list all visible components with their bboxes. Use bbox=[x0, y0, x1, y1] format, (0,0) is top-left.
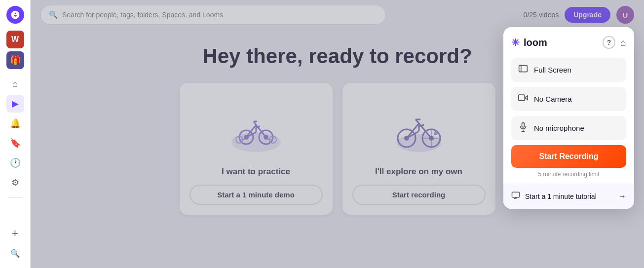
popup-option-no-camera[interactable]: No Camera bbox=[511, 87, 626, 111]
svg-rect-37 bbox=[512, 192, 520, 197]
sidebar-divider bbox=[8, 197, 23, 198]
sidebar-bottom: + 🔍 bbox=[6, 225, 24, 262]
svg-rect-31 bbox=[519, 65, 528, 72]
fullscreen-icon bbox=[518, 64, 528, 76]
loom-popup: ✳ loom ? ⌂ Full Screen bbox=[503, 27, 634, 209]
tutorial-text: Start a 1 minute tutorial bbox=[525, 192, 597, 200]
recording-limit-text: 5 minute recording limit bbox=[511, 171, 626, 178]
sidebar: W 🎁 ⌂ ▶ 🔔 🔖 🕐 ⚙ + 🔍 bbox=[0, 0, 31, 268]
popup-footer[interactable]: Start a 1 minute tutorial → bbox=[503, 184, 634, 209]
sidebar-item-settings[interactable]: ⚙ bbox=[6, 174, 24, 191]
sidebar-item-bookmarks[interactable]: 🔖 bbox=[6, 134, 24, 152]
svg-rect-33 bbox=[519, 95, 525, 101]
popup-logo-text: loom bbox=[524, 37, 547, 48]
fullscreen-label: Full Screen bbox=[534, 66, 571, 74]
tutorial-arrow-icon: → bbox=[618, 192, 626, 201]
tutorial-icon bbox=[511, 191, 520, 202]
sidebar-gift-icon[interactable]: 🎁 bbox=[6, 51, 24, 69]
sidebar-logo[interactable] bbox=[6, 6, 24, 24]
popup-help-icon[interactable]: ? bbox=[603, 36, 615, 49]
sidebar-search-icon[interactable]: 🔍 bbox=[6, 244, 24, 262]
popup-logo: ✳ loom bbox=[511, 37, 547, 48]
sidebar-item-library[interactable]: ▶ bbox=[6, 95, 24, 113]
sidebar-item-history[interactable]: 🕐 bbox=[6, 154, 24, 172]
svg-rect-34 bbox=[522, 123, 525, 127]
sidebar-avatar[interactable]: W bbox=[6, 31, 24, 48]
start-recording-button[interactable]: Start Recording bbox=[511, 145, 626, 168]
loom-star-icon: ✳ bbox=[511, 37, 520, 48]
sidebar-add-button[interactable]: + bbox=[6, 225, 24, 242]
no-microphone-label: No microphone bbox=[534, 124, 584, 132]
sidebar-item-notifications[interactable]: 🔔 bbox=[6, 115, 24, 132]
popup-option-no-microphone[interactable]: No microphone bbox=[511, 116, 626, 140]
popup-option-fullscreen[interactable]: Full Screen bbox=[511, 58, 626, 82]
main-content: 🔍 0/25 videos Upgrade U Hey there, ready… bbox=[31, 0, 644, 268]
microphone-icon bbox=[518, 122, 528, 134]
popup-home-icon[interactable]: ⌂ bbox=[620, 37, 626, 48]
sidebar-item-home[interactable]: ⌂ bbox=[6, 75, 24, 93]
popup-header-icons: ? ⌂ bbox=[603, 36, 626, 49]
camera-icon bbox=[518, 93, 528, 105]
no-camera-label: No Camera bbox=[534, 95, 572, 103]
popup-header: ✳ loom ? ⌂ bbox=[511, 36, 626, 49]
